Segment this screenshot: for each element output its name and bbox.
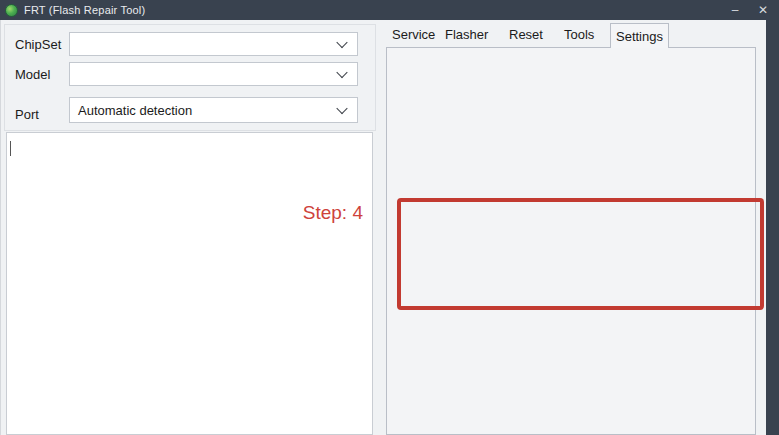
step-annotation: Step: 4 (279, 202, 363, 224)
port-dropdown[interactable]: Automatic detection (69, 97, 358, 123)
window-body: ChipSet Model Port Automatic detection S… (0, 20, 766, 435)
chipset-label: ChipSet (15, 37, 61, 52)
model-dropdown[interactable] (69, 62, 358, 86)
tab-service[interactable]: Service (392, 27, 435, 42)
window-title: FRT (Flash Repair Tool) (24, 4, 145, 16)
chevron-down-icon (336, 103, 347, 114)
tab-settings[interactable]: Settings (610, 23, 669, 48)
chevron-down-icon (336, 67, 347, 78)
app-icon (5, 4, 18, 17)
tab-reset[interactable]: Reset (509, 27, 543, 42)
chevron-down-icon (336, 37, 347, 48)
tab-flasher[interactable]: Flasher (445, 27, 488, 42)
port-label: Port (15, 107, 39, 122)
text-caret (10, 141, 11, 156)
title-bar: FRT (Flash Repair Tool) (0, 0, 779, 20)
model-label: Model (15, 67, 50, 82)
close-button[interactable]: ✕ (750, 0, 776, 20)
settings-tab-panel (386, 47, 756, 435)
port-value: Automatic detection (78, 103, 192, 118)
tab-tools[interactable]: Tools (564, 27, 594, 42)
log-output-area[interactable] (6, 132, 373, 435)
chipset-dropdown[interactable] (69, 32, 358, 56)
minimize-button[interactable]: – (722, 0, 748, 20)
